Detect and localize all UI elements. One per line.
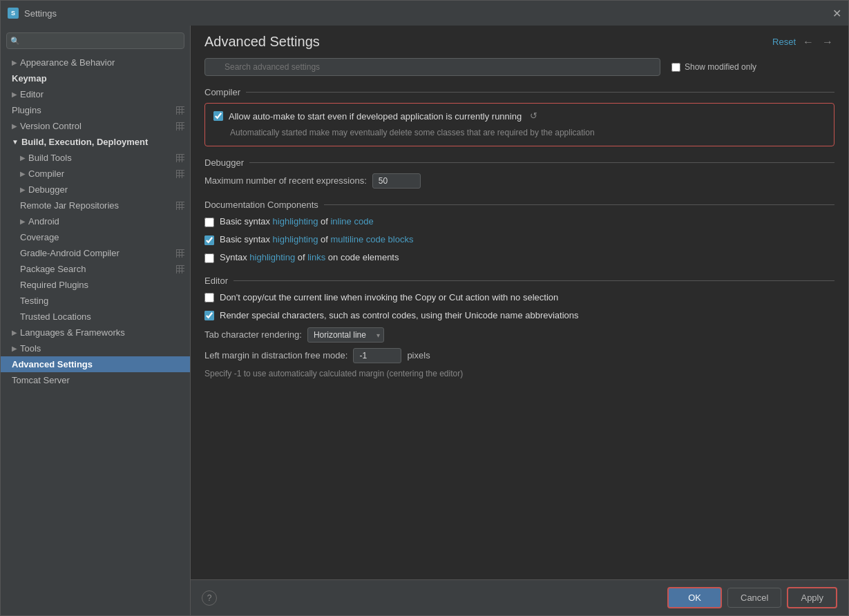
window-title: Settings (24, 8, 57, 19)
page-title: Advanced Settings (204, 34, 320, 50)
close-button[interactable]: ✕ (832, 7, 841, 20)
doc-option-multiline: Basic syntax highlighting of multiline c… (204, 233, 834, 246)
arrow-icon: ▶ (12, 329, 17, 336)
sidebar-item-label: Plugins (12, 105, 41, 115)
arrow-icon: ▶ (20, 218, 26, 225)
search-bar-wrapper: 🔍 (204, 58, 660, 76)
title-bar-left: S Settings (8, 8, 57, 19)
sidebar-item-keymap[interactable]: Keymap (1, 70, 190, 86)
sidebar-search-icon: 🔍 (10, 37, 20, 46)
sidebar-item-version-control[interactable]: ▶ Version Control (1, 118, 190, 134)
sidebar-item-trusted-locations[interactable]: Trusted Locations (1, 309, 190, 325)
grid-icon (176, 249, 184, 258)
sidebar-item-compiler[interactable]: ▶ Compiler (1, 166, 190, 182)
tab-render-row: Tab character rendering: Horizontal line… (204, 327, 834, 343)
advanced-search-input[interactable] (204, 58, 660, 76)
auto-make-sublabel: Automatically started make may eventuall… (230, 127, 826, 139)
show-modified-checkbox[interactable] (671, 63, 680, 72)
arrow-icon: ▶ (20, 186, 26, 193)
auto-make-checkbox[interactable] (213, 111, 223, 121)
sidebar-item-coverage[interactable]: Coverage (1, 229, 190, 245)
sidebar-item-label: Gradle-Android Compiler (20, 248, 120, 258)
main-panel: Advanced Settings Reset ← → 🔍 Show modif… (191, 26, 848, 615)
sidebar-item-label: Keymap (12, 73, 47, 84)
inline-code-label: Basic syntax highlighting of inline code (220, 215, 374, 228)
sidebar-item-editor[interactable]: ▶ Editor (1, 86, 190, 102)
sidebar-item-languages[interactable]: ▶ Languages & Frameworks (1, 325, 190, 340)
arrow-icon: ▶ (12, 59, 17, 66)
nav-back-button[interactable]: ← (801, 36, 815, 48)
sidebar-item-label: Coverage (20, 232, 59, 242)
header-actions: Reset ← → (772, 36, 834, 48)
nav-forward-button[interactable]: → (821, 36, 834, 48)
sidebar-item-build-tools[interactable]: ▶ Build Tools (1, 150, 190, 166)
sidebar-item-debugger[interactable]: ▶ Debugger (1, 182, 190, 198)
sidebar-item-label: Testing (20, 296, 48, 306)
arrow-icon: ▼ (12, 138, 19, 146)
sidebar-item-appearance[interactable]: ▶ Appearance & Behavior (1, 55, 190, 70)
sidebar-item-label: Debugger (28, 184, 68, 195)
arrow-icon: ▶ (12, 122, 17, 130)
help-button[interactable]: ? (202, 590, 217, 606)
cancel-button[interactable]: Cancel (727, 588, 781, 608)
arrow-icon: ▶ (12, 90, 17, 98)
links-code-checkbox[interactable] (204, 253, 214, 263)
grid-icon (176, 122, 184, 131)
inline-code-checkbox[interactable] (204, 218, 214, 227)
sidebar-item-tomcat-server[interactable]: Tomcat Server (1, 372, 190, 388)
copy-cut-checkbox[interactable] (204, 293, 214, 302)
sidebar-item-build-execution[interactable]: ▼ Build, Execution, Deployment (1, 134, 190, 150)
arrow-icon: ▶ (20, 170, 26, 177)
sidebar-search-box[interactable]: 🔍 (6, 32, 184, 49)
max-expressions-input[interactable] (372, 173, 421, 189)
arrow-icon: ▶ (12, 345, 17, 352)
sidebar-item-label: Build, Execution, Deployment (21, 137, 148, 147)
sidebar-item-plugins[interactable]: Plugins (1, 102, 190, 118)
editor-option-copy: Don't copy/cut the current line when inv… (204, 291, 834, 304)
sidebar-item-label: Trusted Locations (20, 311, 91, 322)
grid-icon (176, 154, 184, 162)
search-header-row: 🔍 Show modified only (191, 55, 848, 79)
ok-button[interactable]: OK (667, 587, 722, 608)
sidebar-item-remote-jar[interactable]: Remote Jar Repositories (1, 198, 190, 213)
render-special-checkbox[interactable] (204, 311, 214, 320)
sidebar-item-tools[interactable]: ▶ Tools (1, 340, 190, 356)
left-margin-unit: pixels (407, 350, 430, 360)
reset-button[interactable]: Reset (772, 37, 796, 47)
doc-option-links: Syntax highlighting of links on code ele… (204, 251, 834, 264)
margin-note: Specify -1 to use automatically calculat… (204, 369, 834, 378)
documentation-section-header: Documentation Components (204, 200, 834, 210)
render-special-label: Render special characters, such as contr… (220, 309, 579, 322)
auto-make-label: Allow auto-make to start even if develop… (229, 110, 522, 123)
show-modified-label: Show modified only (685, 62, 756, 72)
grid-icon (176, 202, 184, 210)
debugger-section-header: Debugger (204, 157, 834, 168)
sidebar-search-input[interactable] (6, 32, 184, 49)
sidebar-item-package-search[interactable]: Package Search (1, 261, 190, 277)
sidebar-item-label: Compiler (28, 169, 64, 179)
show-modified-wrapper: Show modified only (671, 62, 756, 72)
sidebar-item-label: Tools (20, 343, 41, 354)
apply-button[interactable]: Apply (787, 587, 837, 608)
multiline-code-checkbox[interactable] (204, 235, 214, 245)
sidebar-item-testing[interactable]: Testing (1, 293, 190, 309)
reset-single-icon[interactable]: ↺ (530, 110, 537, 121)
tab-render-select-wrapper: Horizontal line Arrow None (307, 327, 384, 343)
sidebar: 🔍 ▶ Appearance & Behavior Keymap ▶ Edito… (1, 26, 191, 615)
tab-render-label: Tab character rendering: (204, 329, 302, 340)
sidebar-item-gradle-android[interactable]: Gradle-Android Compiler (1, 245, 190, 261)
sidebar-item-advanced-settings[interactable]: Advanced Settings (1, 356, 190, 372)
sidebar-item-android[interactable]: ▶ Android (1, 213, 190, 229)
sidebar-item-label: Appearance & Behavior (20, 57, 115, 68)
tab-render-select[interactable]: Horizontal line Arrow None (307, 327, 384, 343)
max-expressions-row: Maximum number of recent expressions: (204, 173, 834, 189)
content-area: 🔍 ▶ Appearance & Behavior Keymap ▶ Edito… (1, 26, 848, 615)
grid-icon (176, 265, 184, 273)
compiler-option-row: Allow auto-make to start even if develop… (213, 110, 826, 123)
panel-content: Compiler Allow auto-make to start even i… (191, 79, 848, 579)
sidebar-item-required-plugins[interactable]: Required Plugins (1, 277, 190, 293)
doc-option-inline: Basic syntax highlighting of inline code (204, 215, 834, 228)
left-margin-input[interactable] (353, 348, 401, 363)
arrow-icon: ▶ (20, 154, 26, 162)
sidebar-item-label: Package Search (20, 264, 86, 274)
